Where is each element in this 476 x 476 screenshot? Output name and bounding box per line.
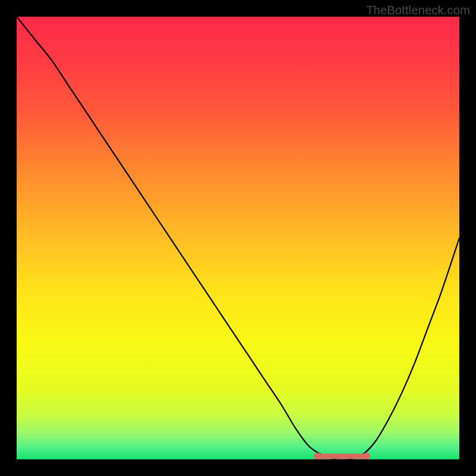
chart-frame: TheBottleneck.com (0, 0, 476, 476)
optimal-region-end-dot (363, 453, 370, 459)
optimal-region-start-dot (314, 453, 321, 459)
bottleneck-curve (17, 17, 459, 459)
watermark-text: TheBottleneck.com (366, 4, 470, 17)
plot-area (17, 17, 459, 459)
curve-line (17, 17, 459, 459)
